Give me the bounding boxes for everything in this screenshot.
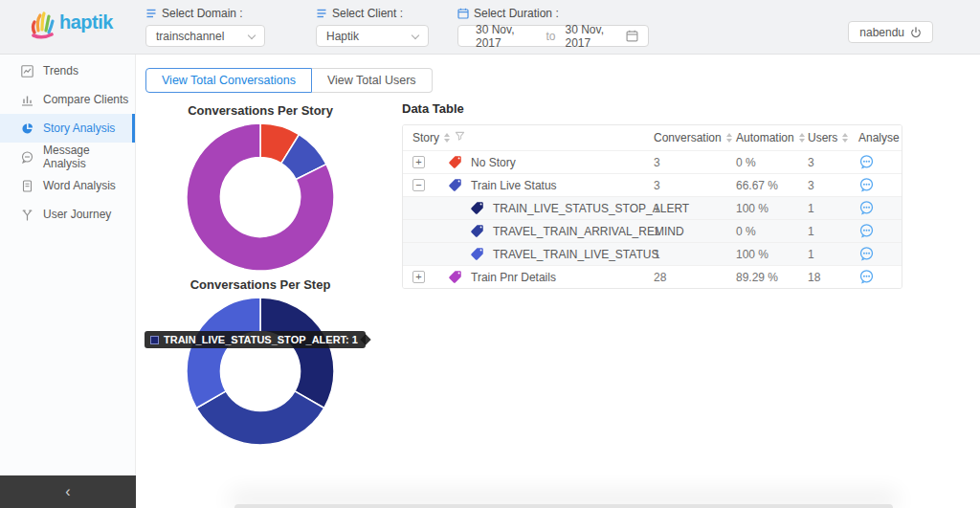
table-row: TRAVEL_TRAIN_LIVE_STATUS1100 %1 (403, 242, 902, 265)
expand-row-button[interactable]: + (412, 271, 425, 283)
sidebar-item-compare-clients[interactable]: Compare Clients (0, 85, 135, 114)
donut-slice-travel-train-arrival-remind[interactable] (196, 391, 323, 445)
conversation-cell: 28 (654, 271, 736, 284)
sidebar-menu: TrendsCompare ClientsStory AnalysisMessa… (0, 56, 135, 229)
table-row: −Train Live Status366.67 %3 (403, 173, 902, 196)
date-to: 30 Nov, 2017 (566, 23, 626, 50)
users-cell: 3 (808, 179, 858, 192)
conversation-cell: 1 (654, 248, 736, 261)
message-icon (21, 151, 33, 164)
analyse-chat-icon[interactable] (858, 154, 902, 170)
story-cell: TRAIN_LIVE_STATUS_STOP_ALERT (403, 201, 654, 215)
column-header-users[interactable]: Users (808, 131, 858, 144)
sort-icon[interactable] (444, 133, 450, 143)
document-icon (21, 180, 33, 192)
sidebar-item-label: Compare Clients (43, 93, 128, 106)
story-label: Train Live Status (471, 179, 557, 192)
table-row: TRAIN_LIVE_STATUS_STOP_ALERT1100 %1 (403, 196, 902, 219)
domain-label: Select Domain : (162, 7, 243, 20)
chevron-left-icon: ‹ (65, 483, 70, 500)
analyse-chat-icon[interactable] (858, 200, 902, 216)
duration-label: Select Duration : (474, 7, 559, 20)
client-select-value: Haptik (326, 30, 359, 43)
power-icon (910, 27, 922, 38)
client-select[interactable]: Haptik (316, 25, 429, 47)
user-menu-button[interactable]: nabendu (848, 21, 933, 43)
chart-tooltip: TRAIN_LIVE_STATUS_STOP_ALERT: 1 (145, 331, 366, 348)
conversation-cell: 3 (654, 156, 736, 169)
automation-cell: 0 % (736, 225, 808, 238)
tag-icon (470, 247, 484, 261)
chart-title: Conversations Per Story (155, 103, 366, 118)
haptik-logo-hand-icon (29, 8, 57, 40)
table-row: +No Story30 %3 (403, 150, 902, 173)
story-label: Train Pnr Details (471, 271, 556, 284)
tab-view-total-users[interactable]: View Total Users (312, 68, 433, 93)
line-chart-icon (21, 65, 33, 77)
column-header-conversation[interactable]: Conversation (654, 131, 736, 144)
donut-slice-train-live-status-stop-alert[interactable] (260, 298, 334, 409)
analyse-chat-icon[interactable] (858, 246, 902, 262)
donut-chart (185, 296, 336, 447)
sort-icon[interactable] (726, 133, 732, 143)
list-icon (145, 8, 157, 19)
haptik-logo: haptik (29, 8, 113, 40)
view-tabs: View Total Conversations View Total User… (145, 68, 433, 93)
analyse-chat-icon[interactable] (858, 269, 902, 285)
pie-chart-icon (21, 122, 33, 135)
sidebar-item-trends[interactable]: Trends (0, 56, 135, 85)
column-header-automation[interactable]: Automation (736, 131, 808, 144)
collapse-row-button[interactable]: − (412, 179, 425, 191)
sidebar-item-label: User Journey (43, 208, 111, 221)
sidebar-item-story-analysis[interactable]: Story Analysis (0, 114, 135, 143)
automation-cell: 100 % (736, 202, 808, 215)
tooltip-text: TRAIN_LIVE_STATUS_STOP_ALERT: 1 (164, 334, 358, 345)
column-label: Automation (736, 131, 794, 144)
analyse-chat-icon[interactable] (858, 177, 902, 193)
story-cell: +No Story (403, 155, 654, 169)
data-table-title: Data Table (402, 101, 464, 116)
automation-cell: 100 % (736, 248, 808, 261)
tab-view-total-conversations[interactable]: View Total Conversations (145, 68, 312, 93)
bar-chart-icon (21, 94, 33, 106)
sidebar-item-label: Word Analysis (43, 179, 116, 192)
table-row: TRAVEL_TRAIN_ARRIVAL_REMIND10 %1 (403, 219, 902, 242)
table-row: +Train Pnr Details2889.29 %18 (403, 265, 902, 288)
column-header-story[interactable]: Story (403, 131, 654, 144)
sidebar-item-word-analysis[interactable]: Word Analysis (0, 171, 135, 200)
sidebar-item-message-analysis[interactable]: Message Analysis (0, 143, 135, 171)
analyse-chat-icon[interactable] (858, 223, 902, 239)
date-range-input[interactable]: 30 Nov, 2017 to 30 Nov, 2017 (457, 25, 649, 47)
users-cell: 3 (808, 156, 858, 169)
sidebar-item-label: Trends (43, 64, 78, 77)
calendar-icon (457, 8, 469, 19)
filter-icon[interactable] (455, 131, 465, 144)
data-table: StoryConversationAutomationUsersAnalyse … (402, 124, 902, 289)
client-group: Select Client : Haptik (316, 7, 429, 47)
domain-select[interactable]: trainschannel (145, 25, 265, 47)
users-cell: 1 (808, 202, 858, 215)
sidebar: TrendsCompare ClientsStory AnalysisMessa… (0, 55, 136, 475)
sort-icon[interactable] (799, 133, 805, 143)
sidebar-collapse-button[interactable]: ‹ (0, 475, 136, 508)
main-content: View Total Conversations View Total User… (136, 55, 980, 508)
sidebar-item-user-journey[interactable]: User Journey (0, 200, 135, 229)
donut-slice-travel-train-live-status[interactable] (187, 298, 260, 409)
sort-icon[interactable] (842, 133, 848, 143)
tag-icon (470, 201, 484, 215)
client-label: Select Client : (332, 7, 403, 20)
users-cell: 1 (808, 225, 858, 238)
expand-row-button[interactable]: + (412, 156, 425, 168)
story-cell: TRAVEL_TRAIN_ARRIVAL_REMIND (403, 224, 654, 238)
duration-group: Select Duration : 30 Nov, 2017 to 30 Nov… (457, 7, 649, 47)
chart-title: Conversations Per Step (155, 277, 366, 292)
journey-icon (21, 209, 33, 221)
date-to-word: to (546, 30, 555, 43)
tag-icon (448, 270, 462, 284)
story-cell: +Train Pnr Details (403, 270, 654, 284)
tooltip-swatch (150, 336, 159, 344)
tag-icon (448, 155, 462, 169)
below-fold-panel-edge (234, 504, 893, 508)
story-cell: TRAVEL_TRAIN_LIVE_STATUS (403, 247, 654, 261)
tag-icon (448, 178, 462, 192)
